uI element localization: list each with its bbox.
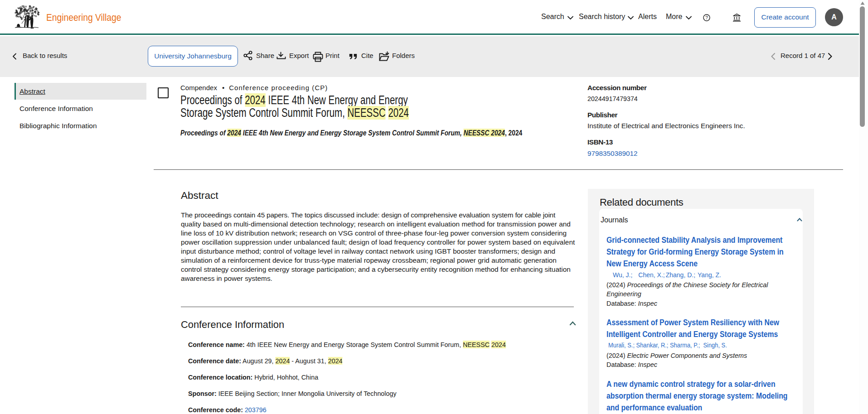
- svg-text:?: ?: [705, 15, 708, 20]
